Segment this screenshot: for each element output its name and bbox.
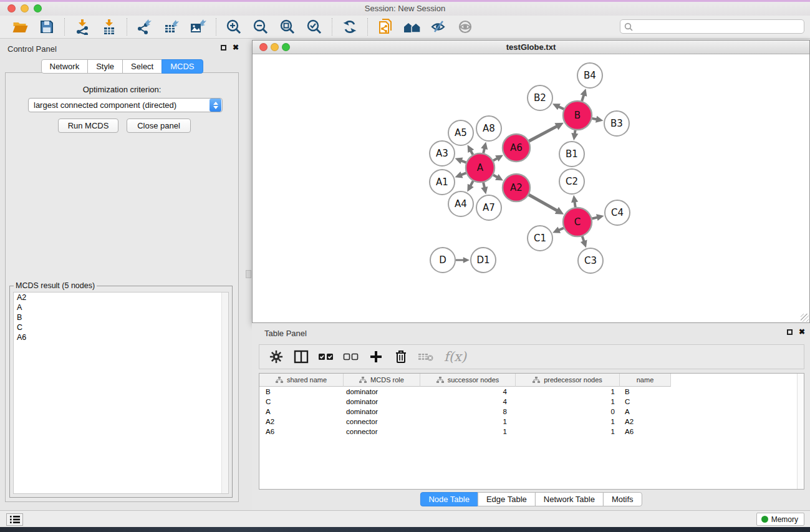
first-neighbors-icon[interactable] [403,17,422,36]
node-label-A7: A7 [483,202,495,213]
copy-network-icon[interactable] [376,17,395,36]
table-cell: 1 [420,418,516,425]
zoom-fit-icon[interactable] [278,17,297,36]
show-all-icon[interactable] [456,17,475,36]
import-network-icon[interactable] [73,17,92,36]
deselect-all-columns-icon[interactable] [343,349,359,365]
float-panel-icon[interactable] [221,45,226,51]
list-icon [9,515,21,524]
result-scrollbar[interactable] [221,293,228,493]
run-mcds-button[interactable]: Run MCDS [58,118,118,133]
tab-mcds[interactable]: MCDS [162,59,203,74]
minimize-window-button[interactable] [21,4,29,12]
task-history-button[interactable] [6,513,23,526]
tab-network[interactable]: Network [41,59,88,74]
table-panel: Table Panel ✖ f(x) shared nameMCDS roles… [252,323,810,510]
save-session-icon[interactable] [37,17,56,36]
close-window-button[interactable] [7,4,16,12]
column-header-name[interactable]: name [620,374,671,387]
tab-node-table[interactable]: Node Table [420,492,478,506]
table-row[interactable]: A2connector11A2 [259,417,804,427]
table-cell: B [620,388,671,395]
tab-motifs[interactable]: Motifs [603,492,642,506]
search-field[interactable] [620,19,804,34]
network-close-button[interactable] [259,43,268,51]
mcds-tab-content: Optimization criterion: largest connecte… [5,72,239,502]
delete-columns-icon[interactable] [393,349,409,365]
zoom-in-icon[interactable] [224,17,243,36]
export-table-icon[interactable] [162,17,181,36]
criterion-dropdown[interactable]: largest connected component (directed) [28,98,223,112]
network-zoom-button[interactable] [282,43,290,51]
memory-button[interactable]: Memory [756,513,804,526]
node-label-C: C [574,216,581,228]
column-header-shared-name[interactable]: shared name [259,374,344,387]
close-table-panel-icon[interactable]: ✖ [799,328,805,336]
close-panel-icon[interactable]: ✖ [233,44,239,51]
table-row[interactable]: Cdominator41C [259,397,804,407]
node-label-A2: A2 [510,182,523,193]
table-row[interactable]: Bdominator41B [259,387,804,397]
network-graph[interactable]: B4B2BB3A5A8A6B1A3AC2A1A2A4A7C4CC1C3DD1 [253,54,809,322]
edge-A6-B[interactable] [529,126,557,141]
table-cell: A2 [259,418,344,425]
show-columns-icon[interactable] [293,349,309,365]
column-header-mcds-role[interactable]: MCDS role [344,374,420,387]
edge-B-B2[interactable] [558,107,564,109]
open-file-icon[interactable] [11,17,29,36]
node-table[interactable]: shared nameMCDS rolesuccessor nodesprede… [259,373,804,490]
resize-grip-icon[interactable] [801,314,809,322]
mcds-result-item[interactable]: A6 [14,332,228,342]
mcds-result-item[interactable]: A2 [14,293,228,302]
tab-style[interactable]: Style [87,59,123,74]
mcds-result-box: MCDS result (5 nodes) A2ABCA6 [9,286,233,498]
arrowhead-C-C4 [596,214,604,221]
node-label-D: D [439,254,446,266]
table-cell: C [259,398,344,405]
zoom-selected-icon[interactable] [305,17,324,36]
table-settings-icon[interactable] [268,349,284,365]
add-column-icon[interactable] [368,349,384,365]
tab-network-table[interactable]: Network Table [535,492,604,506]
close-panel-button[interactable]: Close panel [127,118,191,133]
import-table-icon[interactable] [100,17,118,36]
mcds-result-item[interactable]: C [14,322,228,332]
node-label-A: A [477,162,484,173]
network-canvas[interactable]: B4B2BB3A5A8A6B1A3AC2A1A2A4A7C4CC1C3DD1 [253,54,809,322]
network-minimize-button[interactable] [271,43,279,51]
control-panel-tabs: NetworkStyleSelectMCDS [41,59,203,74]
node-label-B4: B4 [584,70,596,81]
table-header-row: shared nameMCDS rolesuccessor nodesprede… [259,374,804,387]
node-label-C4: C4 [611,207,624,218]
mcds-result-item[interactable]: A [14,302,228,312]
export-image-icon[interactable] [189,17,208,36]
zoom-out-icon[interactable] [251,17,270,36]
table-row[interactable]: A6connector11A6 [259,427,804,437]
select-all-columns-icon[interactable] [318,349,334,365]
vertical-splitter-handle[interactable] [246,270,251,278]
arrowhead-B-B4 [581,89,587,97]
refresh-layout-icon[interactable] [340,17,359,36]
table-cell: connector [344,428,420,435]
float-table-panel-icon[interactable] [787,329,793,335]
zoom-window-button[interactable] [34,4,42,12]
table-scrollbar[interactable] [797,374,804,489]
edge-A2-C[interactable] [529,195,557,211]
table-cell: 4 [420,398,516,405]
hide-selected-icon[interactable] [430,17,448,36]
mcds-result-list[interactable]: A2ABCA6 [13,292,229,494]
tab-select[interactable]: Select [122,59,162,74]
node-label-B2: B2 [534,92,546,104]
mcds-result-item[interactable]: B [14,312,228,322]
search-input[interactable] [633,22,800,31]
node-label-B1: B1 [566,148,578,160]
network-window-titlebar[interactable]: testGlobe.txt [253,41,809,54]
export-network-icon[interactable] [135,17,154,36]
table-tabs: Node TableEdge TableNetwork TableMotifs [420,492,642,506]
column-header-predecessor-nodes[interactable]: predecessor nodes [516,374,620,387]
table-row[interactable]: Adominator80A [259,407,804,417]
edge-B-B4[interactable] [582,95,584,101]
column-header-successor-nodes[interactable]: successor nodes [420,374,516,387]
window-title: Session: New Session [0,2,810,16]
tab-edge-table[interactable]: Edge Table [478,492,536,506]
